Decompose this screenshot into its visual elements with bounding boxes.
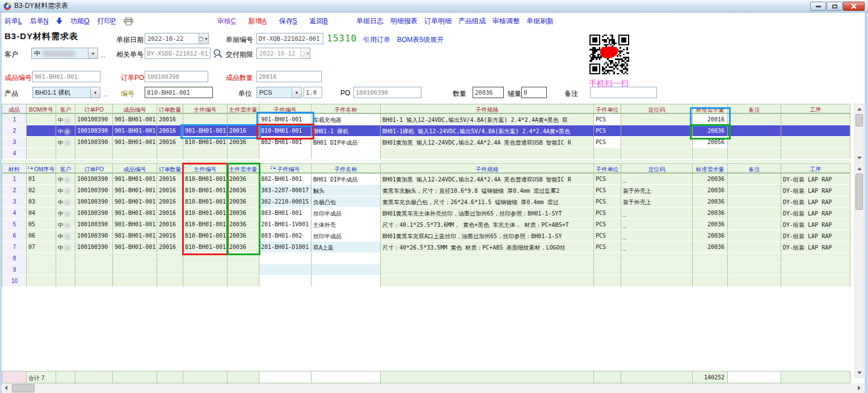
- table-row[interactable]: 3中100100390901-BH01-00120016810-BH01-001…: [2, 137, 850, 148]
- col-header-prod[interactable]: 成品编号: [113, 104, 157, 114]
- table-row[interactable]: 505中100100390901-BH01-00120016810-BH01-0…: [2, 219, 850, 230]
- toolbar-item-审核调整[interactable]: 审核调整: [492, 16, 520, 26]
- toolbar-item-新增[interactable]: 新增A: [248, 16, 267, 26]
- col-header-loc[interactable]: 定位码: [621, 163, 693, 174]
- toolbar-item-前单[interactable]: 前单L: [5, 16, 22, 26]
- toolbar-item-明细报表[interactable]: 明细报表: [390, 16, 418, 26]
- col-header-main[interactable]: 主件编号: [183, 163, 227, 174]
- table-row[interactable]: 4: [2, 148, 850, 159]
- scroll-up-icon[interactable]: [855, 104, 863, 113]
- po-input[interactable]: [353, 87, 422, 98]
- order-po-input[interactable]: [145, 71, 208, 82]
- col-header-unit[interactable]: 子件单位: [594, 163, 621, 174]
- chevron-down-icon[interactable]: ▼: [292, 87, 301, 98]
- qty-input[interactable]: [473, 87, 504, 98]
- table-row[interactable]: 10: [2, 276, 850, 287]
- minimize-button[interactable]: [810, 2, 826, 11]
- col-header-part[interactable]: 2▲子件编号: [259, 163, 311, 174]
- table-row[interactable]: 303中100100390901-BH01-00120016810-BH01-0…: [2, 196, 850, 208]
- col-header-unit[interactable]: 子件单位: [594, 104, 621, 114]
- col-header-loc[interactable]: 定位码: [621, 104, 693, 114]
- col-header-part[interactable]: 子件编号: [259, 104, 311, 114]
- col-header-note[interactable]: 备注: [728, 104, 781, 114]
- toolbar-item-审核[interactable]: 审核C: [217, 16, 236, 26]
- product-select[interactable]: BH01-1 裸机 ▼: [32, 87, 100, 98]
- hscrollbar[interactable]: [2, 383, 865, 393]
- col-header-qty[interactable]: 订单数量: [157, 163, 183, 174]
- col-header-std[interactable]: 标准需求量: [693, 163, 728, 174]
- table-row[interactable]: 9: [2, 264, 850, 276]
- unit-select[interactable]: PCS ▼: [256, 87, 302, 98]
- scroll-left-icon[interactable]: [2, 383, 10, 392]
- col-header-proc[interactable]: 工序: [781, 163, 850, 174]
- toolbar-item-功能[interactable]: 功能O: [70, 16, 89, 26]
- scrollbar-thumb[interactable]: [856, 174, 863, 210]
- col-header-std[interactable]: 标准需求量: [693, 104, 728, 114]
- col-header-cust[interactable]: 客户: [56, 104, 75, 114]
- scrollbar-thumb[interactable]: [12, 384, 35, 392]
- toolbar-item-单据刷新[interactable]: 单据刷新: [526, 16, 554, 26]
- scroll-right-icon[interactable]: [855, 383, 863, 392]
- toolbar-item-产品组成[interactable]: 产品组成: [458, 16, 486, 26]
- col-header-prod[interactable]: 成品编号: [113, 163, 157, 174]
- printer-icon[interactable]: [124, 17, 133, 26]
- table-row[interactable]: 606中100100390901-BH01-00120016810-BH01-0…: [2, 230, 850, 242]
- ratio-input[interactable]: [304, 87, 322, 98]
- table-row[interactable]: 404中100100390901-BH01-00120016810-BH01-0…: [2, 208, 850, 219]
- scroll-down-icon[interactable]: [855, 153, 863, 162]
- col-header-proc[interactable]: 工序: [781, 104, 850, 114]
- col-header-cust[interactable]: 客户: [56, 163, 75, 174]
- bill-date-input[interactable]: 2022-10-22 ▼: [145, 33, 209, 44]
- chevron-down-icon[interactable]: ▼: [90, 87, 100, 98]
- col-header-qty[interactable]: 订单数量: [157, 104, 183, 114]
- quote-order-link[interactable]: 引用订单: [363, 35, 390, 45]
- toolbar-item-返回[interactable]: 返回B: [310, 16, 328, 26]
- col-header-po[interactable]: 订单PO: [75, 163, 113, 174]
- product-table-vscrollbar[interactable]: [854, 104, 864, 163]
- maximize-button[interactable]: [827, 2, 842, 11]
- product-no-input[interactable]: [32, 71, 100, 82]
- table-row[interactable]: 2中100100390901-BH01-00120016901-BH01-001…: [2, 125, 850, 137]
- col-header-num[interactable]: 成品: [2, 104, 27, 114]
- down-arrow-icon[interactable]: [56, 18, 62, 24]
- search-icon[interactable]: [213, 48, 223, 58]
- delivery-date-input[interactable]: 2022-10-12 ▼: [256, 48, 310, 59]
- material-table-vscrollbar[interactable]: [854, 163, 864, 378]
- chevron-down-icon[interactable]: ▼: [88, 48, 98, 58]
- scroll-down-icon[interactable]: [855, 368, 863, 377]
- table-row[interactable]: 1中100100390901-BH01-00120016901-BH01-001…: [2, 114, 850, 125]
- col-header-name[interactable]: 子件名称: [311, 163, 381, 174]
- bill-no-input[interactable]: [256, 33, 323, 44]
- close-button[interactable]: [843, 2, 865, 11]
- toolbar-item-单据日志[interactable]: 单据日志: [356, 16, 384, 26]
- col-header-spec[interactable]: 子件规格: [381, 104, 594, 114]
- col-header-bom[interactable]: 1▲OM序号: [27, 163, 56, 174]
- table-row[interactable]: 707中100100390901-BH01-00120016810-BH01-0…: [2, 242, 850, 253]
- aux-qty-input[interactable]: [521, 87, 547, 98]
- product-qty-input[interactable]: [256, 71, 322, 82]
- scrollbar-thumb[interactable]: [856, 114, 863, 126]
- bom-expand-link[interactable]: BOM表5级展开: [397, 35, 444, 45]
- col-header-spec[interactable]: 子件规格: [381, 163, 594, 174]
- product-more-button[interactable]: ..: [103, 90, 108, 98]
- col-header-mainqty[interactable]: 主件需求量: [227, 163, 259, 174]
- calendar-dropdown-icon[interactable]: ▼: [199, 33, 208, 44]
- col-header-num[interactable]: 材料: [2, 163, 27, 174]
- table-row[interactable]: 202中100100390901-BH01-00120016810-BH01-0…: [2, 185, 850, 196]
- toolbar-item-后单[interactable]: 后单N: [30, 16, 49, 26]
- col-header-bom[interactable]: BOM序号: [27, 104, 56, 114]
- col-header-name[interactable]: 子件名称: [311, 104, 381, 114]
- toolbar-item-打印[interactable]: 打印P: [98, 16, 116, 26]
- part-no-input[interactable]: [145, 87, 213, 98]
- customer-more-button[interactable]: ..: [101, 51, 106, 59]
- related-no-input[interactable]: [145, 48, 210, 59]
- scroll-up-icon[interactable]: [855, 164, 863, 173]
- col-header-main[interactable]: 主件编号: [183, 104, 227, 114]
- toolbar-item-订单明细[interactable]: 订单明细: [424, 16, 452, 26]
- col-header-note[interactable]: 备注: [728, 163, 781, 174]
- table-row[interactable]: 101中100100390901-BH01-00120016810-BH01-0…: [2, 174, 850, 185]
- customer-select[interactable]: 中 ▼: [31, 48, 98, 59]
- toolbar-item-保存[interactable]: 保存S: [279, 16, 297, 26]
- col-header-po[interactable]: 订单PO: [75, 104, 113, 114]
- col-header-mainqty[interactable]: 主件需求量: [227, 104, 259, 114]
